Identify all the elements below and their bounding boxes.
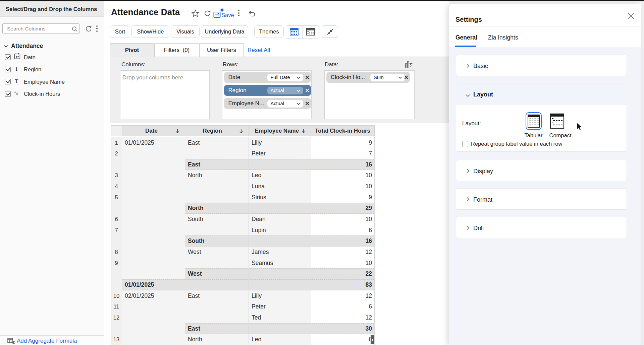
svg-text:Σ: Σ (12, 340, 15, 345)
svg-text:17: 17 (16, 56, 19, 59)
svg-text:Σ: Σ (409, 62, 413, 68)
